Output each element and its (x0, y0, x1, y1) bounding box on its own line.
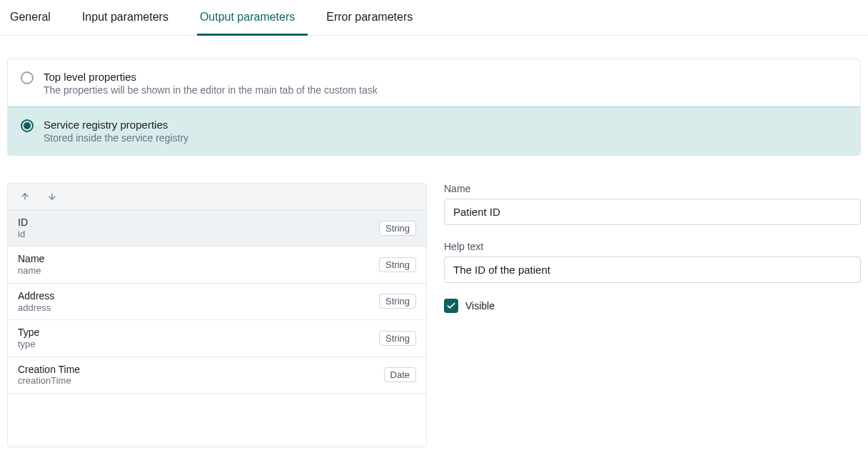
type-chip: String (379, 331, 416, 346)
type-chip: String (379, 257, 416, 272)
parameter-form: Name Help text Visible (444, 183, 861, 447)
arrow-down-icon (47, 191, 57, 201)
visible-checkbox[interactable]: Visible (444, 299, 861, 313)
list-item-sublabel: type (18, 339, 39, 350)
arrow-up-icon (20, 191, 30, 201)
help-text-label: Help text (444, 241, 861, 252)
tab-input-parameters[interactable]: Input parameters (79, 1, 181, 36)
parameters-list: IDidStringNamenameStringAddressaddressSt… (7, 183, 427, 447)
list-item-label: Creation Time (18, 364, 80, 376)
name-label: Name (444, 183, 861, 194)
list-item-sublabel: name (18, 265, 44, 277)
list-item[interactable]: AddressaddressString (8, 284, 426, 320)
list-item-sublabel: id (18, 229, 28, 240)
list-item-label: Address (18, 290, 54, 302)
tab-error-parameters[interactable]: Error parameters (323, 1, 425, 36)
list-item-label: Type (18, 327, 39, 339)
list-item[interactable]: IDidString (8, 210, 426, 247)
properties-scope-group: Top level properties The properties will… (7, 59, 861, 156)
list-item-sublabel: creationTime (18, 375, 80, 387)
list-item[interactable]: TypetypeString (8, 320, 426, 357)
list-item-label: Name (18, 253, 44, 265)
help-text-input[interactable] (444, 257, 861, 283)
tab-output-parameters[interactable]: Output parameters (197, 1, 308, 36)
type-chip: String (379, 221, 416, 236)
name-input[interactable] (444, 199, 861, 225)
list-item-sublabel: address (18, 302, 54, 314)
radio-top-title: Top level properties (44, 71, 378, 83)
list-toolbar (8, 184, 426, 210)
radio-top-level-properties[interactable]: Top level properties The properties will… (8, 59, 860, 107)
radio-icon (21, 71, 34, 84)
radio-service-desc: Stored inside the service registry (44, 132, 188, 144)
list-item[interactable]: NamenameString (8, 247, 426, 283)
tab-bar: General Input parameters Output paramete… (0, 0, 868, 36)
radio-icon (21, 119, 34, 132)
move-up-button[interactable] (18, 189, 32, 204)
list-item[interactable]: Creation TimecreationTimeDate (8, 357, 426, 394)
radio-service-title: Service registry properties (44, 119, 188, 131)
list-item-label: ID (18, 216, 28, 229)
radio-top-desc: The properties will be shown in the edit… (44, 84, 378, 96)
radio-service-registry-properties[interactable]: Service registry properties Stored insid… (7, 106, 861, 156)
tab-general[interactable]: General (7, 1, 64, 36)
visible-label: Visible (465, 300, 495, 312)
type-chip: Date (384, 367, 416, 382)
move-down-button[interactable] (45, 189, 59, 204)
checkbox-checked-icon (444, 299, 458, 313)
type-chip: String (379, 294, 416, 309)
